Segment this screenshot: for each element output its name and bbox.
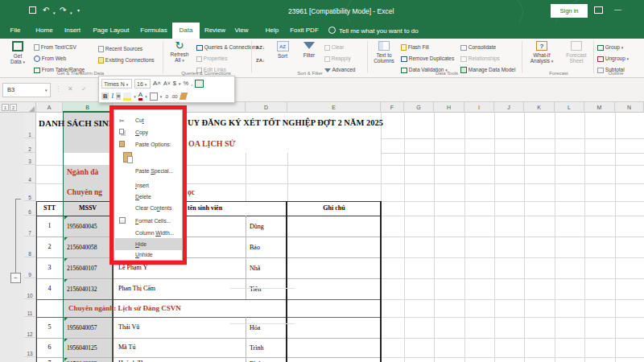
tab-home[interactable]: Home (32, 23, 56, 39)
sign-in-button[interactable]: Sign in (551, 4, 588, 18)
column-header-D[interactable]: D (246, 102, 287, 113)
column-header-K[interactable]: K (524, 102, 555, 113)
remove-duplicates-button[interactable]: Remove Duplicates (401, 56, 454, 62)
row-header-9[interactable]: 9 (24, 257, 36, 278)
column-header-G[interactable]: G (404, 102, 434, 113)
row-header-13[interactable]: 13 (24, 338, 36, 357)
cell-name[interactable]: Mã Tú (118, 343, 135, 351)
cell-given-name[interactable]: Hóa (250, 324, 260, 331)
clear-filter-button[interactable]: Clear (324, 44, 344, 51)
cell-given-name[interactable]: Tiên (250, 286, 261, 293)
redo-icon[interactable]: ↷ (60, 6, 66, 15)
column-header-E[interactable]: E (287, 102, 381, 113)
collapse-outline-button[interactable]: − (10, 273, 21, 283)
tab-page-layout[interactable]: Page Layout (89, 23, 134, 39)
redo-dropdown-icon[interactable]: ▾ (70, 8, 72, 18)
cell-stt[interactable]: 3 (36, 264, 63, 271)
existing-connections-button[interactable]: Existing Connections (98, 57, 155, 64)
tab-help[interactable]: Help (261, 23, 283, 39)
cell-mssv[interactable]: 2156040058 (67, 244, 97, 251)
consolidate-button[interactable]: Consolidate (460, 44, 496, 51)
qat-customize-icon[interactable]: ▾ (77, 6, 80, 15)
cell-given-name[interactable]: Nhã (250, 265, 260, 272)
text-to-columns-button[interactable]: Text to Columns (369, 40, 398, 64)
from-web-button[interactable]: From Web (34, 56, 66, 62)
tab-insert[interactable]: Insert (61, 23, 84, 39)
refresh-all-button[interactable]: ↻ Refresh All ▾ (166, 40, 193, 64)
cancel-entry-icon[interactable]: ✕ (68, 85, 73, 93)
what-if-analysis-button[interactable]: ? What-If Analysis ▾ (525, 40, 559, 64)
filter-button[interactable]: Filter (297, 40, 321, 58)
row-header-7[interactable]: 7 (24, 216, 36, 237)
save-icon[interactable] (29, 6, 36, 14)
name-box-dropdown-icon[interactable]: ▾ (45, 88, 47, 93)
ungroup-button[interactable]: Ungroup ▾ (597, 56, 629, 62)
column-header-A[interactable]: A (36, 102, 63, 113)
bold-button[interactable]: B (101, 93, 109, 100)
row-header-14[interactable]: 14 (24, 357, 36, 362)
cell-given-name[interactable]: Trình (250, 344, 264, 352)
column-header-I[interactable]: I (464, 102, 494, 113)
tab-data[interactable]: Data (172, 23, 200, 39)
undo-icon[interactable]: ↶ (43, 6, 49, 15)
cell-stt[interactable]: 2 (36, 243, 63, 250)
cell-stt[interactable]: 5 (36, 323, 63, 331)
row-header-8[interactable]: 8 (24, 237, 36, 257)
row-header-3[interactable]: 3 (24, 153, 36, 165)
forecast-sheet-button[interactable]: Forecast Sheet (561, 40, 592, 64)
row-header-10[interactable]: 10 (24, 278, 36, 299)
properties-button[interactable]: Properties (196, 56, 227, 62)
sort-button[interactable]: AZ Sort (270, 40, 295, 59)
format-as-table-icon[interactable] (195, 80, 204, 88)
comma-style-button[interactable]: , (191, 80, 192, 87)
cell-mssv[interactable]: 1956040045 (67, 223, 97, 230)
outline-level-1-button[interactable]: 1 (2, 104, 9, 111)
cell-name[interactable]: Thái Vũ (118, 323, 139, 331)
column-header-L[interactable]: L (555, 102, 584, 113)
group-button[interactable]: Group ▾ (597, 44, 623, 51)
font-size-select[interactable]: 16 ▾ (134, 79, 151, 88)
tab-file[interactable]: File (5, 23, 26, 39)
flash-fill-button[interactable]: Flash Fill (401, 44, 429, 51)
row-header-1[interactable]: 1 (24, 113, 36, 138)
column-header-N[interactable]: N (615, 102, 644, 113)
tab-view[interactable]: View (230, 23, 253, 39)
tab-review[interactable]: Review (201, 23, 229, 39)
cell-name[interactable]: Lê Phạm Ý (118, 264, 147, 271)
grow-font-button[interactable]: A˄ (153, 80, 161, 87)
minimize-icon[interactable]: — (614, 5, 621, 14)
cell-stt[interactable]: 6 (36, 343, 63, 351)
sort-za-button[interactable]: ZA↓ (256, 57, 265, 64)
confirm-entry-icon[interactable]: ✓ (81, 85, 87, 93)
queries-connections-button[interactable]: Queries & Connections (196, 44, 258, 51)
column-header-B[interactable]: B (63, 102, 113, 113)
column-header-J[interactable]: J (494, 102, 524, 113)
cell-stt[interactable]: 4 (36, 285, 63, 292)
column-header-M[interactable]: M (584, 102, 615, 113)
accounting-format-button[interactable]: $ (173, 80, 176, 87)
shrink-font-button[interactable]: A˅ (163, 80, 171, 86)
relationships-button[interactable]: Relationships (460, 56, 500, 62)
outline-level-2-button[interactable]: 2 (10, 104, 17, 111)
row-header-5[interactable]: 5 (24, 183, 36, 201)
get-data-button[interactable]: Get Data ▾ (5, 40, 31, 65)
cell-given-name[interactable]: Bảo (250, 244, 260, 251)
align-button[interactable]: ≡ (116, 93, 121, 100)
ribbon-display-options-icon[interactable] (594, 6, 603, 14)
increase-decimal-button[interactable]: .0 (164, 94, 168, 99)
cell-mssv[interactable]: 1956040125 (67, 344, 97, 352)
from-text-csv-button[interactable]: From Text/CSV (34, 44, 76, 51)
select-all-button[interactable] (24, 102, 36, 113)
cell-given-name[interactable]: Dũng (250, 223, 264, 230)
row-header-2[interactable]: 2 (24, 138, 36, 153)
cell-mssv[interactable]: 1956040057 (67, 324, 97, 331)
row-header-11[interactable]: 11 (24, 299, 36, 317)
decrease-decimal-button[interactable]: .00 (171, 94, 177, 99)
sort-az-button[interactable]: AZ↓ (256, 44, 265, 51)
column-header-F[interactable]: F (381, 102, 404, 113)
borders-button[interactable] (150, 93, 158, 101)
format-painter-icon[interactable] (179, 93, 187, 100)
row-header-4[interactable]: 4 (24, 165, 36, 183)
cell-mssv[interactable]: 2156040107 (67, 265, 97, 272)
row-header-6[interactable]: 6 (24, 201, 36, 216)
